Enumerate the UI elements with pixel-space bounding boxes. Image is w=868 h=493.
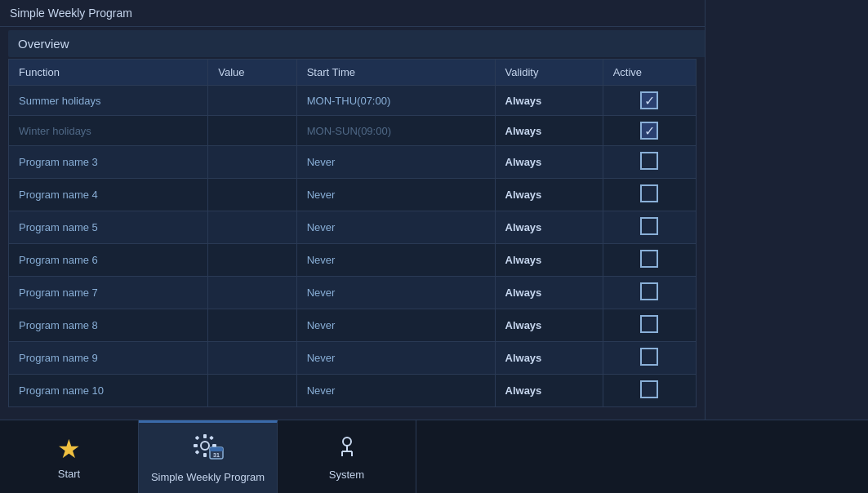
cell-function: Program name 3 — [9, 146, 208, 179]
cell-active[interactable] — [603, 309, 696, 342]
tab-label: Start — [58, 468, 80, 480]
tab-label: Simple Weekly Program — [151, 471, 265, 483]
cell-starttime: Never — [296, 244, 495, 277]
cell-validity: Always — [495, 309, 603, 342]
svg-rect-1 — [203, 434, 207, 438]
table-row: Winter holidaysMON-SUN(09:00)Always✓ — [9, 116, 697, 146]
table-row: Program name 6NeverAlways — [9, 244, 697, 277]
checkbox[interactable] — [640, 348, 658, 366]
cell-starttime: Never — [296, 342, 495, 375]
col-validity: Validity — [495, 60, 603, 86]
cell-active[interactable] — [603, 375, 696, 407]
cell-starttime: Never — [296, 179, 495, 211]
cell-validity: Always — [495, 116, 603, 146]
cell-active[interactable] — [603, 211, 696, 244]
cell-function: Program name 6 — [9, 244, 208, 277]
checkbox[interactable]: ✓ — [640, 91, 658, 109]
table-header-row: Function Value Start Time Validity Activ… — [9, 60, 697, 86]
cell-function: Program name 7 — [9, 277, 208, 309]
cell-starttime: MON-THU(07:00) — [296, 86, 495, 116]
svg-point-12 — [343, 437, 351, 446]
cell-validity: Always — [495, 277, 603, 309]
checkbox[interactable] — [640, 184, 658, 202]
cell-active[interactable] — [603, 342, 696, 375]
table-wrapper: Function Value Start Time Validity Activ… — [8, 57, 697, 407]
table-row: Program name 10NeverAlways — [9, 375, 697, 407]
cell-value — [208, 211, 296, 244]
svg-rect-10 — [210, 447, 223, 451]
cell-validity: Always — [495, 86, 603, 116]
gear-calendar-icon: 31 — [192, 433, 225, 468]
cell-active[interactable]: ✓ — [603, 86, 696, 116]
cell-starttime: MON-SUN(09:00) — [296, 116, 495, 146]
svg-rect-7 — [194, 450, 199, 455]
cell-starttime: Never — [296, 375, 495, 407]
cell-active[interactable] — [603, 277, 696, 309]
app-title: Simple Weekly Program — [10, 7, 132, 20]
checkbox[interactable] — [640, 152, 658, 170]
cell-active[interactable] — [603, 179, 696, 211]
svg-rect-3 — [194, 444, 198, 447]
table-body: Summer holidaysMON-THU(07:00)Always✓Wint… — [9, 86, 697, 407]
cell-value — [208, 179, 296, 211]
cell-function: Winter holidays — [9, 116, 208, 146]
cell-value — [208, 309, 296, 342]
cell-value — [208, 116, 296, 146]
cell-value — [208, 342, 296, 375]
cell-function: Program name 4 — [9, 179, 208, 211]
cell-value — [208, 244, 296, 277]
cell-starttime: Never — [296, 211, 495, 244]
overview-label: Overview — [18, 37, 69, 51]
tab-simple-weekly-program[interactable]: 31 Simple Weekly Program — [139, 420, 278, 493]
tab-start[interactable]: ★Start — [0, 420, 139, 493]
cell-function: Program name 8 — [9, 309, 208, 342]
cell-validity: Always — [495, 146, 603, 179]
svg-rect-5 — [194, 436, 199, 441]
cell-active[interactable] — [603, 146, 696, 179]
cell-validity: Always — [495, 211, 603, 244]
checkbox[interactable] — [640, 282, 658, 300]
cell-validity: Always — [495, 375, 603, 407]
svg-point-0 — [201, 442, 209, 450]
svg-rect-6 — [209, 436, 214, 441]
col-value: Value — [208, 60, 296, 86]
cell-function: Program name 10 — [9, 375, 208, 407]
table-row: Program name 8NeverAlways — [9, 309, 697, 342]
svg-text:31: 31 — [213, 452, 220, 458]
table-row: Program name 4NeverAlways — [9, 179, 697, 211]
checkbox[interactable] — [640, 250, 658, 268]
table-row: Summer holidaysMON-THU(07:00)Always✓ — [9, 86, 697, 116]
star-icon: ★ — [57, 433, 81, 464]
checkbox[interactable] — [640, 217, 658, 235]
table-row: Program name 5NeverAlways — [9, 211, 697, 244]
cell-value — [208, 375, 296, 407]
col-active: Active — [603, 60, 696, 86]
cell-starttime: Never — [296, 277, 495, 309]
checkbox[interactable]: ✓ — [640, 122, 658, 140]
right-panel-spacer — [706, 0, 868, 424]
col-function: Function — [9, 60, 208, 86]
cell-validity: Always — [495, 179, 603, 211]
svg-rect-2 — [203, 453, 207, 457]
table-row: Program name 9NeverAlways — [9, 342, 697, 375]
table-row: Program name 7NeverAlways — [9, 277, 697, 309]
cell-starttime: Never — [296, 309, 495, 342]
checkbox[interactable] — [640, 380, 658, 398]
tab-label: System — [329, 469, 364, 481]
cell-active[interactable]: ✓ — [603, 116, 696, 146]
cell-starttime: Never — [296, 146, 495, 179]
cell-active[interactable] — [603, 244, 696, 277]
cell-value — [208, 277, 296, 309]
system-icon — [334, 433, 360, 465]
col-starttime: Start Time — [296, 60, 495, 86]
tab-system[interactable]: System — [278, 420, 416, 493]
program-table: Function Value Start Time Validity Activ… — [8, 59, 697, 407]
table-row: Program name 3NeverAlways — [9, 146, 697, 179]
cell-value — [208, 146, 296, 179]
bottom-tab-bar: ★Start 31 Simple Weekly Program — [0, 420, 868, 493]
checkbox[interactable] — [640, 315, 658, 333]
cell-validity: Always — [495, 342, 603, 375]
cell-function: Summer holidays — [9, 86, 208, 116]
cell-function: Program name 5 — [9, 211, 208, 244]
cell-validity: Always — [495, 244, 603, 277]
